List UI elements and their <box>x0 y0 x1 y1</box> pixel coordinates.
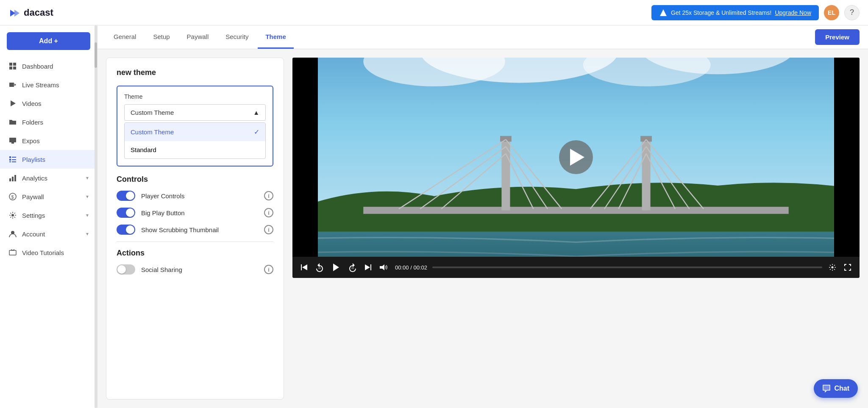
svg-rect-7 <box>9 83 14 87</box>
sidebar-item-videos[interactable]: Videos <box>0 94 97 113</box>
sidebar-item-dashboard[interactable]: Dashboard <box>0 57 97 75</box>
sidebar-item-playlists[interactable]: Playlists <box>0 150 97 169</box>
svg-marker-8 <box>14 83 16 86</box>
skip-start-button[interactable] <box>299 262 309 272</box>
panel-title: new theme <box>117 68 273 77</box>
controls-section-header: Controls <box>117 175 273 184</box>
scrubbing-thumbnail-info-icon[interactable]: i <box>264 225 273 234</box>
monitor-icon <box>8 136 17 145</box>
theme-section: Theme Custom Theme ▲ Custom Theme ✓ <box>117 86 273 167</box>
player-controls-info-icon[interactable]: i <box>264 191 273 200</box>
logo-text: dacast <box>24 7 53 18</box>
svg-rect-4 <box>13 63 16 66</box>
rewind-button[interactable]: 10 <box>314 262 325 272</box>
social-sharing-toggle[interactable] <box>117 264 135 275</box>
svg-rect-33 <box>363 207 789 214</box>
preview-button[interactable]: Preview <box>815 29 860 45</box>
time-total: 00:02 <box>413 264 427 271</box>
play-pause-button[interactable] <box>330 261 342 274</box>
chevron-down-icon: ▾ <box>86 231 89 237</box>
chat-label: Chat <box>834 385 849 392</box>
left-panel: new theme Theme Custom Theme ▲ Custom Th… <box>106 58 284 400</box>
dollar-icon: $ <box>8 192 17 201</box>
forward-button[interactable]: 10 <box>348 262 358 272</box>
upgrade-link[interactable]: Upgrade Now <box>775 9 811 16</box>
volume-button[interactable] <box>378 262 388 272</box>
tab-general[interactable]: General <box>106 25 144 49</box>
theme-select-wrapper: Custom Theme ▲ Custom Theme ✓ Standard <box>124 104 266 159</box>
theme-dropdown: Custom Theme ✓ Standard <box>124 122 266 159</box>
sidebar-item-folders[interactable]: Folders <box>0 113 97 131</box>
big-play-button-info-icon[interactable]: i <box>264 208 273 217</box>
check-icon: ✓ <box>254 128 259 136</box>
skip-end-button[interactable] <box>363 262 373 272</box>
sidebar-item-live-streams[interactable]: Live Streams <box>0 75 97 94</box>
progress-bar[interactable] <box>432 266 822 268</box>
chevron-down-icon: ▾ <box>86 212 89 218</box>
layout: Add + Dashboard Live Streams Videos <box>0 25 868 408</box>
svg-rect-19 <box>14 175 16 181</box>
scrubbing-thumbnail-toggle[interactable] <box>117 225 135 235</box>
tabs-bar: General Setup Paywall Security Theme Pre… <box>97 25 868 49</box>
chevron-up-icon: ▲ <box>253 109 259 116</box>
player-controls-label: Player Controls <box>141 192 258 200</box>
upgrade-text: Get 25x Storage & Unlimited Streams! <box>671 9 771 16</box>
svg-rect-10 <box>9 138 16 142</box>
sidebar-item-paywall[interactable]: $ Paywall ▾ <box>0 187 97 206</box>
svg-rect-14 <box>12 159 16 160</box>
dropdown-option-custom[interactable]: Custom Theme ✓ <box>125 123 265 141</box>
svg-text:$: $ <box>11 194 14 200</box>
tab-security[interactable]: Security <box>218 25 256 49</box>
video-container: 10 10 <box>292 58 860 278</box>
sidebar-item-label: Folders <box>22 119 43 126</box>
sidebar-item-settings[interactable]: Settings ▾ <box>0 206 97 225</box>
big-play-button-label: Big Play Button <box>141 209 258 216</box>
sidebar-item-account[interactable]: Account ▾ <box>0 225 97 243</box>
svg-rect-50 <box>301 264 302 270</box>
big-play-button-toggle[interactable] <box>117 208 135 218</box>
chat-button[interactable]: Chat <box>814 379 858 398</box>
play-button-overlay[interactable] <box>559 140 593 174</box>
svg-rect-3 <box>9 63 12 66</box>
player-controls-toggle[interactable] <box>117 191 135 201</box>
social-sharing-info-icon[interactable]: i <box>264 265 273 274</box>
settings-button[interactable] <box>827 262 837 272</box>
sidebar-item-label: Settings <box>22 212 45 219</box>
tab-setup[interactable]: Setup <box>145 25 177 49</box>
folder-icon <box>8 118 17 126</box>
avatar[interactable]: EL <box>824 5 839 20</box>
sidebar-scrollbar[interactable] <box>95 25 97 408</box>
svg-marker-9 <box>11 100 16 106</box>
fullscreen-button[interactable] <box>843 262 853 272</box>
black-bar-right <box>834 58 860 257</box>
help-button[interactable]: ? <box>844 5 860 20</box>
tabs: General Setup Paywall Security Theme <box>106 25 294 49</box>
dropdown-option-standard[interactable]: Standard <box>125 141 265 158</box>
svg-rect-18 <box>12 177 14 181</box>
sidebar-item-label: Dashboard <box>22 63 53 70</box>
svg-marker-1 <box>14 10 19 17</box>
toggle-row-social-sharing: Social Sharing i <box>117 264 273 275</box>
svg-rect-5 <box>9 67 12 69</box>
svg-point-22 <box>11 214 14 216</box>
scrubbing-thumbnail-label: Show Scrubbing Thumbnail <box>141 226 258 233</box>
add-button[interactable]: Add + <box>7 32 90 50</box>
svg-rect-55 <box>370 264 371 270</box>
theme-label: Theme <box>124 93 266 100</box>
video-controls: 10 10 <box>292 257 860 278</box>
svg-marker-51 <box>302 264 307 270</box>
upgrade-banner[interactable]: Get 25x Storage & Unlimited Streams! Upg… <box>651 5 819 20</box>
sidebar-item-video-tutorials[interactable]: Video Tutorials <box>0 243 97 262</box>
logo: dacast <box>8 6 53 19</box>
tab-theme[interactable]: Theme <box>258 25 293 49</box>
chevron-down-icon: ▾ <box>86 194 89 200</box>
tab-paywall[interactable]: Paywall <box>179 25 217 49</box>
sidebar-item-expos[interactable]: Expos <box>0 131 97 150</box>
sidebar-item-analytics[interactable]: Analytics ▾ <box>0 169 97 187</box>
user-icon <box>8 230 17 238</box>
theme-select-button[interactable]: Custom Theme ▲ <box>124 104 266 121</box>
sidebar-item-label: Videos <box>22 100 42 107</box>
chevron-down-icon: ▾ <box>86 175 89 181</box>
svg-rect-17 <box>9 178 11 181</box>
svg-text:10: 10 <box>351 267 354 269</box>
